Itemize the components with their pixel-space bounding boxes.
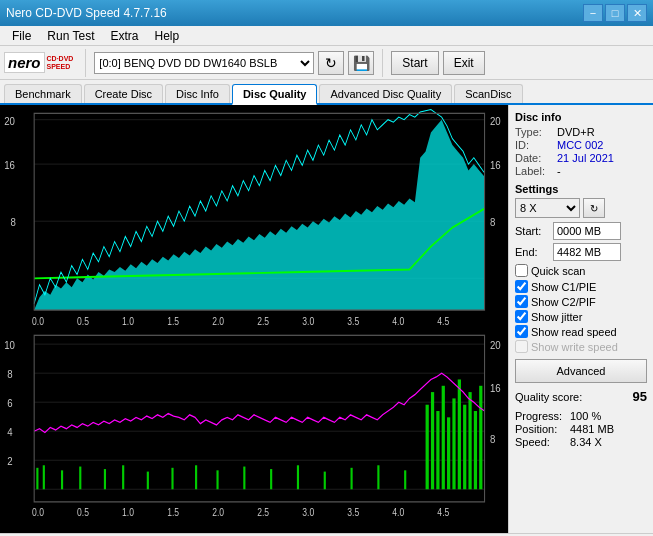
cd-dvd-speed-logo: CD·DVD SPEED <box>47 55 74 70</box>
show-write-speed-label: Show write speed <box>531 341 618 353</box>
show-c1pie-label: Show C1/PIE <box>531 281 596 293</box>
quick-scan-checkbox[interactable] <box>515 264 528 277</box>
svg-rect-50 <box>43 465 45 489</box>
show-jitter-label: Show jitter <box>531 311 582 323</box>
svg-rect-54 <box>122 465 124 489</box>
svg-text:0.5: 0.5 <box>77 316 89 328</box>
speed-row: 8 X ↻ <box>515 198 647 218</box>
logo: nero CD·DVD SPEED <box>4 52 73 73</box>
svg-rect-57 <box>195 465 197 489</box>
svg-text:8: 8 <box>490 215 495 228</box>
progress-row: Progress: 100 % <box>515 410 647 422</box>
read-speed-row: Show read speed <box>515 325 647 338</box>
svg-text:16: 16 <box>490 158 501 171</box>
toolbar-divider2 <box>382 49 383 77</box>
svg-text:3.5: 3.5 <box>347 316 359 328</box>
svg-rect-72 <box>458 380 461 490</box>
tab-bar: Benchmark Create Disc Disc Info Disc Qua… <box>0 80 653 105</box>
toolbar: nero CD·DVD SPEED [0:0] BENQ DVD DD DW16… <box>0 46 653 80</box>
drive-select[interactable]: [0:0] BENQ DVD DD DW1640 BSLB <box>94 52 314 74</box>
show-c1pie-checkbox[interactable] <box>515 280 528 293</box>
tab-disc-quality[interactable]: Disc Quality <box>232 84 318 105</box>
end-input[interactable] <box>553 243 621 261</box>
tab-benchmark[interactable]: Benchmark <box>4 84 82 103</box>
speed-refresh-icon[interactable]: ↻ <box>583 198 605 218</box>
c1pie-row: Show C1/PIE <box>515 280 647 293</box>
svg-text:0.5: 0.5 <box>77 507 89 518</box>
svg-rect-55 <box>147 472 149 490</box>
close-button[interactable]: ✕ <box>627 4 647 22</box>
speed-label: Speed: <box>515 436 570 448</box>
nero-logo: nero <box>4 52 45 73</box>
svg-rect-64 <box>377 465 379 489</box>
svg-text:8: 8 <box>11 215 16 228</box>
start-input[interactable] <box>553 222 621 240</box>
save-icon[interactable]: 💾 <box>348 51 374 75</box>
svg-text:3.0: 3.0 <box>302 507 314 518</box>
disc-info-title: Disc info <box>515 111 647 123</box>
show-c2pif-checkbox[interactable] <box>515 295 528 308</box>
disc-id-label: ID: <box>515 139 557 151</box>
svg-text:2.0: 2.0 <box>212 507 224 518</box>
maximize-button[interactable]: □ <box>605 4 625 22</box>
disc-date-value: 21 Jul 2021 <box>557 152 614 164</box>
exit-button[interactable]: Exit <box>443 51 485 75</box>
speed-value: 8.34 X <box>570 436 602 448</box>
svg-text:8: 8 <box>490 432 495 445</box>
c2pif-row: Show C2/PIF <box>515 295 647 308</box>
svg-text:20: 20 <box>4 114 15 127</box>
menu-file[interactable]: File <box>4 27 39 45</box>
svg-text:2.5: 2.5 <box>257 316 269 328</box>
svg-rect-61 <box>297 465 299 489</box>
svg-rect-56 <box>171 468 173 489</box>
show-read-speed-checkbox[interactable] <box>515 325 528 338</box>
svg-text:1.0: 1.0 <box>122 507 134 518</box>
disc-type-row: Type: DVD+R <box>515 126 647 138</box>
svg-text:10: 10 <box>4 339 15 352</box>
svg-text:3.5: 3.5 <box>347 507 359 518</box>
svg-rect-59 <box>243 467 245 490</box>
quick-scan-label: Quick scan <box>531 265 585 277</box>
speed-select[interactable]: 8 X <box>515 198 580 218</box>
svg-text:8: 8 <box>7 368 12 381</box>
svg-rect-60 <box>270 469 272 489</box>
tab-advanced-disc-quality[interactable]: Advanced Disc Quality <box>319 84 452 103</box>
menu-run-test[interactable]: Run Test <box>39 27 102 45</box>
svg-rect-51 <box>61 470 63 489</box>
tab-create-disc[interactable]: Create Disc <box>84 84 163 103</box>
svg-rect-65 <box>404 470 406 489</box>
svg-text:20: 20 <box>490 339 501 352</box>
svg-rect-66 <box>426 405 429 490</box>
svg-rect-75 <box>474 411 477 489</box>
disc-label-value: - <box>557 165 561 177</box>
tab-scan-disc[interactable]: ScanDisc <box>454 84 522 103</box>
svg-text:4.5: 4.5 <box>437 316 449 328</box>
svg-text:16: 16 <box>4 158 15 171</box>
svg-text:4.0: 4.0 <box>392 507 404 518</box>
tab-disc-info[interactable]: Disc Info <box>165 84 230 103</box>
svg-text:0.0: 0.0 <box>32 316 44 328</box>
svg-text:0.0: 0.0 <box>32 507 44 518</box>
refresh-icon[interactable]: ↻ <box>318 51 344 75</box>
start-button[interactable]: Start <box>391 51 438 75</box>
minimize-button[interactable]: − <box>583 4 603 22</box>
menu-bar: File Run Test Extra Help <box>0 26 653 46</box>
svg-text:20: 20 <box>490 114 501 127</box>
svg-rect-74 <box>468 392 471 489</box>
advanced-button[interactable]: Advanced <box>515 359 647 383</box>
svg-rect-68 <box>436 411 439 489</box>
show-c2pif-label: Show C2/PIF <box>531 296 596 308</box>
svg-text:3.0: 3.0 <box>302 316 314 328</box>
chart-area: 20 16 8 20 16 8 0.0 0.5 1.0 1.5 2.0 2.5 … <box>0 105 508 533</box>
svg-rect-70 <box>447 417 450 489</box>
svg-rect-63 <box>351 468 353 489</box>
position-label: Position: <box>515 423 570 435</box>
disc-type-label: Type: <box>515 126 557 138</box>
bottom-chart-svg: 10 8 6 4 2 20 16 8 0.0 0.5 1.0 1.5 2.0 2… <box>2 329 506 531</box>
svg-rect-76 <box>479 386 482 489</box>
menu-help[interactable]: Help <box>147 27 188 45</box>
show-jitter-checkbox[interactable] <box>515 310 528 323</box>
svg-text:4: 4 <box>7 426 12 439</box>
main-content: 20 16 8 20 16 8 0.0 0.5 1.0 1.5 2.0 2.5 … <box>0 105 653 533</box>
menu-extra[interactable]: Extra <box>102 27 146 45</box>
